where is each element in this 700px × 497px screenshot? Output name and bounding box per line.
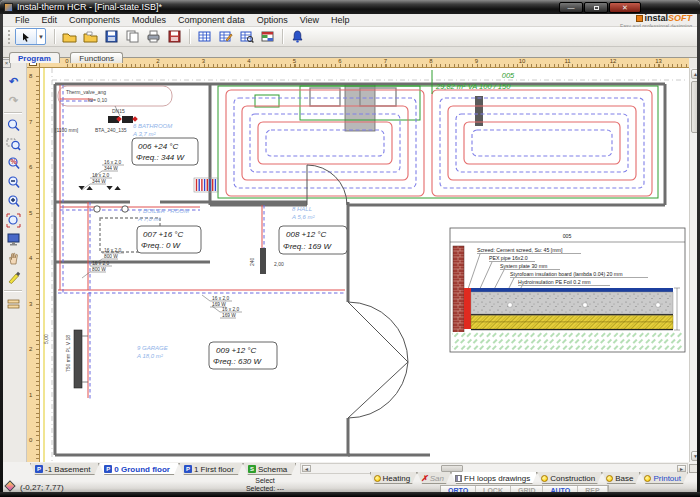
hall-radiator[interactable] bbox=[260, 248, 266, 274]
open-project-button[interactable] bbox=[81, 28, 100, 45]
tab-base[interactable]: Base bbox=[602, 472, 640, 484]
pipe-label[interactable]: 16 x 2,0 169 W bbox=[212, 306, 242, 318]
status-diamond-icon bbox=[4, 480, 15, 491]
toolbar-grip[interactable] bbox=[8, 30, 12, 44]
horizontal-ruler[interactable]: 012345678910111213 bbox=[40, 58, 689, 68]
menu-bar: File Edit Components Modules Component d… bbox=[3, 14, 697, 27]
room-info-box-009[interactable]: 009 +12 °C Φreq.: 630 W bbox=[209, 342, 277, 369]
bulb-icon bbox=[606, 475, 613, 482]
schema-badge: S bbox=[248, 465, 256, 473]
floor-tab-ground[interactable]: P0 Ground floor bbox=[99, 463, 179, 475]
tab-program[interactable]: Program bbox=[9, 52, 60, 63]
tab-san[interactable]: ✗San bbox=[417, 472, 451, 484]
zoom-in-button[interactable] bbox=[4, 192, 23, 210]
pipe-label[interactable]: 16 x 2,0 800 W bbox=[82, 261, 112, 278]
room-tag-garage[interactable]: 9 GARAGE A 18,0 m² bbox=[136, 345, 169, 359]
menu-help[interactable]: Help bbox=[325, 15, 356, 25]
toggle-grid[interactable]: GRID bbox=[511, 486, 544, 494]
minimize-button[interactable]: — bbox=[559, 2, 583, 13]
vertical-scrollbar[interactable]: ▲ ▼ bbox=[689, 68, 700, 462]
zoom-dynamic-button[interactable] bbox=[4, 135, 23, 153]
select-tool-dropdown[interactable]: ▼ bbox=[36, 29, 45, 44]
room-tag-boiler[interactable]: 7 BOILER - ROOM A 7,0 m² bbox=[137, 208, 189, 222]
floor-plan[interactable]: Therm_valve_ang kv= 0,10 DN15 [1100 mm] … bbox=[40, 68, 689, 462]
tab-heating[interactable]: Heating bbox=[370, 472, 418, 484]
room-info-box-008[interactable]: 008 +12 °C Φreq.: 169 W bbox=[279, 226, 347, 254]
maximize-button[interactable] bbox=[584, 2, 608, 13]
menu-options[interactable]: Options bbox=[251, 15, 294, 25]
boiler-pumps[interactable] bbox=[78, 186, 128, 212]
ruler-number: 7 bbox=[29, 119, 32, 125]
select-tool-combo[interactable]: ▼ bbox=[15, 28, 46, 45]
undo-button[interactable]: ↶ bbox=[4, 72, 23, 90]
scroll-left-icon[interactable]: ◄ bbox=[302, 465, 311, 472]
ruler-number: 8 bbox=[429, 58, 432, 64]
select-arrow-icon[interactable] bbox=[16, 29, 36, 44]
table-edit-button[interactable] bbox=[216, 28, 235, 45]
menu-view[interactable]: View bbox=[294, 15, 325, 25]
room-tag-bathroom[interactable]: 6 BATHROOM A 3,7 m² bbox=[132, 123, 172, 137]
svg-text:344 W: 344 W bbox=[104, 166, 118, 171]
title-bar[interactable]: Instal-therm HCR - [Final-state.ISB]* — … bbox=[0, 0, 700, 14]
menu-components[interactable]: Components bbox=[63, 15, 126, 25]
tab-printout[interactable]: Printout bbox=[640, 472, 688, 484]
new-project-button[interactable] bbox=[60, 28, 79, 45]
export-button[interactable] bbox=[165, 28, 184, 45]
toggle-rep[interactable]: REP bbox=[578, 486, 607, 494]
heating-loop-left[interactable] bbox=[226, 90, 424, 196]
section-detail-box[interactable]: 005 Screed: Cement screed, Su: 45 [mm] P… bbox=[450, 228, 685, 352]
highlight-pen-button[interactable] bbox=[4, 268, 23, 286]
pipe-label[interactable]: 16 x 2,0 344 W bbox=[82, 173, 112, 190]
garage-radiator[interactable] bbox=[74, 330, 88, 388]
vertical-scroll-thumb[interactable] bbox=[691, 81, 700, 133]
table-results-button[interactable] bbox=[195, 28, 214, 45]
menu-modules[interactable]: Modules bbox=[126, 15, 172, 25]
svg-text:800 W: 800 W bbox=[104, 254, 118, 259]
zoom-extents-button[interactable] bbox=[4, 211, 23, 229]
copy-button[interactable] bbox=[123, 28, 142, 45]
manifold[interactable] bbox=[194, 178, 218, 192]
room-info-box-007[interactable]: 007 +16 °C Φreq.: 0 W bbox=[137, 226, 201, 253]
bathroom-radiator[interactable] bbox=[108, 116, 138, 123]
scroll-corner-button[interactable] bbox=[689, 464, 698, 473]
zone-005-label[interactable]: 005 29,82 m² VA 100 / 150 bbox=[432, 70, 515, 94]
drawing-canvas[interactable]: Therm_valve_ang kv= 0,10 DN15 [1100 mm] … bbox=[40, 68, 689, 462]
menu-file[interactable]: File bbox=[9, 15, 36, 25]
menu-edit[interactable]: Edit bbox=[36, 15, 64, 25]
alarm-button[interactable] bbox=[288, 28, 307, 45]
redo-button[interactable]: ↷ bbox=[4, 91, 23, 109]
zoom-previous-button[interactable]: % bbox=[4, 154, 23, 172]
heating-zones[interactable] bbox=[218, 86, 658, 198]
vertical-ruler[interactable]: 876543210 bbox=[27, 68, 40, 462]
scroll-up-icon[interactable]: ▲ bbox=[691, 69, 700, 79]
room-info-box-006[interactable]: 006 +24 °C Φreq.: 344 W bbox=[132, 138, 198, 165]
close-button[interactable]: ✕ bbox=[609, 2, 641, 13]
zoom-window-button[interactable] bbox=[4, 116, 23, 134]
measure-button[interactable] bbox=[4, 294, 23, 312]
scroll-right-icon[interactable]: ► bbox=[677, 465, 686, 472]
heating-loop-right[interactable] bbox=[432, 90, 652, 196]
toggle-lock[interactable]: LOCK bbox=[476, 486, 511, 494]
scroll-down-icon[interactable]: ▼ bbox=[691, 451, 700, 461]
floor-tab-schema[interactable]: SSchema bbox=[243, 463, 296, 475]
doors[interactable] bbox=[307, 165, 408, 418]
pan-hand-button[interactable] bbox=[4, 249, 23, 267]
tab-functions[interactable]: Functions bbox=[70, 52, 123, 63]
table-data-button[interactable] bbox=[258, 28, 277, 45]
screen-view-button[interactable] bbox=[4, 230, 23, 248]
tab-fh-loops-drawings[interactable]: FH loops drawings bbox=[451, 472, 537, 484]
room-tag-hall[interactable]: 8 HALL A 5,6 m² bbox=[291, 206, 315, 220]
floor-tab-basement[interactable]: P-1 Basement bbox=[30, 463, 99, 475]
print-button[interactable] bbox=[144, 28, 163, 45]
zoom-out-button[interactable] bbox=[4, 173, 23, 191]
save-project-button[interactable] bbox=[102, 28, 121, 45]
tab-construction[interactable]: Construction bbox=[537, 472, 602, 484]
menu-component-data[interactable]: Component data bbox=[172, 15, 251, 25]
pipe-label[interactable]: 16 x 2,0 169 W bbox=[202, 295, 232, 307]
table-check-button[interactable] bbox=[237, 28, 256, 45]
horizontal-scroll-thumb[interactable] bbox=[441, 465, 463, 472]
floor-tab-first[interactable]: P1 First floor bbox=[179, 463, 243, 475]
maximize-icon bbox=[594, 6, 599, 10]
toggle-auto[interactable]: AUTO bbox=[543, 486, 578, 494]
toggle-orto[interactable]: ORTO bbox=[441, 486, 476, 494]
